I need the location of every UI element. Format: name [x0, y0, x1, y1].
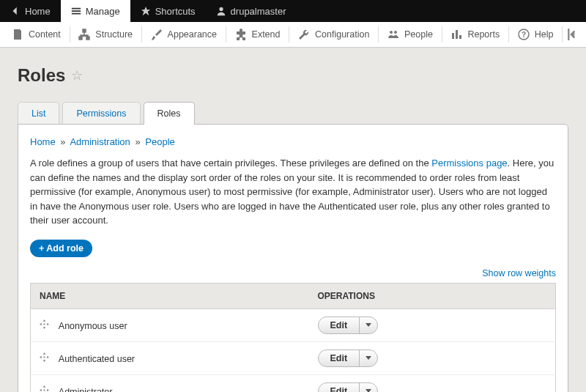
help-icon: ? — [518, 29, 530, 40]
svg-text:?: ? — [522, 31, 526, 39]
paintbrush-icon — [151, 29, 163, 40]
admin-menu: Content Structure Appearance Extend Conf… — [0, 22, 586, 48]
toolbar-shortcuts-label: Shortcuts — [155, 6, 196, 17]
table-header-name: NAME — [31, 283, 309, 308]
tab-permissions[interactable]: Permissions — [62, 102, 140, 125]
operations-dropbutton: Edit — [318, 317, 379, 334]
breadcrumb: Home » Administration » People — [30, 136, 556, 147]
edit-button[interactable]: Edit — [319, 383, 360, 393]
document-icon — [12, 29, 23, 40]
chevron-left-icon — [10, 6, 21, 16]
puzzle-icon — [235, 29, 247, 40]
drag-handle-icon[interactable] — [40, 319, 49, 331]
toolbar-manage-label: Manage — [86, 6, 120, 17]
table-row: Administrator Edit — [31, 374, 556, 392]
admin-menu-appearance[interactable]: Appearance — [142, 22, 226, 47]
admin-menu-help[interactable]: ? Help — [509, 22, 563, 47]
admin-menu-people[interactable]: People — [379, 22, 442, 47]
toolbar-back[interactable]: Home — [0, 0, 61, 22]
people-icon — [387, 29, 399, 40]
table-row: Authenticated user Edit — [31, 341, 556, 374]
svg-rect-0 — [83, 29, 86, 32]
admin-menu-configuration[interactable]: Configuration — [289, 22, 378, 47]
breadcrumb-people[interactable]: People — [145, 136, 174, 147]
show-row-weights-link[interactable]: Show row weights — [482, 268, 556, 278]
dropbutton-arrow[interactable] — [359, 317, 377, 333]
dropbutton-arrow[interactable] — [359, 350, 377, 366]
operations-dropbutton: Edit — [318, 382, 379, 393]
role-name: Anonymous user — [59, 321, 127, 331]
favorite-star-icon[interactable]: ☆ — [71, 67, 83, 84]
toolbar-user[interactable]: drupalmaster — [206, 0, 297, 22]
edit-button[interactable]: Edit — [319, 317, 360, 333]
content-area: Roles ☆ List Permissions Roles Home » Ad… — [0, 48, 586, 392]
table-header-operations: OPERATIONS — [309, 283, 556, 308]
show-row-weights: Show row weights — [30, 267, 556, 278]
admin-menu-collapse[interactable] — [563, 22, 583, 47]
roles-table: NAME OPERATIONS Anonymous user Edit Auth… — [30, 283, 556, 393]
drag-handle-icon[interactable] — [40, 352, 49, 364]
chart-icon — [450, 29, 462, 40]
breadcrumb-home[interactable]: Home — [30, 136, 56, 147]
role-name: Administrator — [59, 387, 113, 393]
table-row: Anonymous user Edit — [31, 308, 556, 341]
admin-menu-structure[interactable]: Structure — [70, 22, 141, 47]
tab-roles[interactable]: Roles — [144, 102, 195, 125]
user-icon — [216, 6, 226, 16]
panel: Home » Administration » People A role de… — [18, 124, 568, 392]
svg-rect-2 — [86, 37, 89, 40]
dropbutton-arrow[interactable] — [359, 383, 377, 393]
tab-list[interactable]: List — [18, 102, 59, 125]
admin-menu-content[interactable]: Content — [3, 22, 70, 47]
toolbar-shortcuts[interactable]: Shortcuts — [130, 0, 206, 22]
toolbar-home-label: Home — [25, 6, 51, 17]
structure-icon — [78, 29, 90, 40]
edit-button[interactable]: Edit — [319, 350, 360, 366]
role-name: Authenticated user — [59, 354, 135, 364]
star-icon — [141, 6, 151, 16]
toolbar: Home Manage Shortcuts drupalmaster — [0, 0, 586, 22]
svg-rect-1 — [79, 37, 82, 40]
drag-handle-icon[interactable] — [40, 385, 49, 393]
admin-menu-extend[interactable]: Extend — [226, 22, 289, 47]
add-role-button[interactable]: + Add role — [30, 240, 92, 257]
collapse-icon — [567, 29, 579, 40]
operations-dropbutton: Edit — [318, 350, 379, 367]
toolbar-manage[interactable]: Manage — [61, 0, 130, 22]
page-title: Roles — [18, 65, 65, 86]
permissions-page-link[interactable]: Permissions page — [431, 158, 507, 169]
hamburger-icon — [71, 6, 81, 16]
description: A role defines a group of users that hav… — [30, 156, 556, 228]
tabs: List Permissions Roles — [18, 102, 568, 125]
admin-menu-reports[interactable]: Reports — [442, 22, 508, 47]
toolbar-user-label: drupalmaster — [231, 6, 286, 17]
breadcrumb-admin[interactable]: Administration — [70, 136, 130, 147]
wrench-icon — [298, 29, 310, 40]
